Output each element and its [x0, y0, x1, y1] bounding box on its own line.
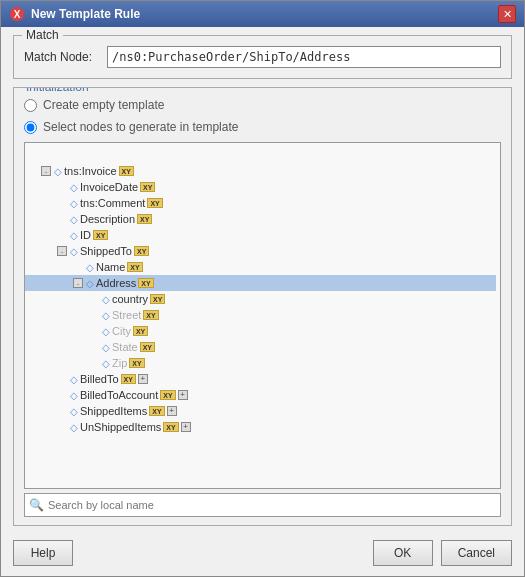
tree-content: -◇tns:InvoiceXY◇InvoiceDateXY◇tns:Commen… [25, 143, 500, 488]
tree-node[interactable]: -◇AddressXY [25, 275, 496, 291]
tree-node-label: Zip [112, 357, 127, 369]
node-arrow-icon: ◇ [54, 166, 62, 177]
xy-badge: XY [140, 342, 155, 352]
node-arrow-icon: ◇ [70, 246, 78, 257]
ok-button[interactable]: OK [373, 540, 433, 566]
node-arrow-icon: ◇ [70, 198, 78, 209]
xy-badge: XY [147, 198, 162, 208]
svg-text:X: X [14, 9, 21, 20]
expand-plus-btn[interactable]: + [178, 390, 188, 400]
tree-node[interactable]: ◇InvoiceDateXY [25, 179, 496, 195]
help-button[interactable]: Help [13, 540, 73, 566]
tree-node[interactable]: -◇ShippedToXY [25, 243, 496, 259]
new-template-rule-dialog: X New Template Rule ✕ Match Match Node: … [0, 0, 525, 577]
tree-node[interactable] [25, 147, 496, 163]
match-node-row: Match Node: [24, 46, 501, 68]
tree-node[interactable]: ◇ZipXY [25, 355, 496, 371]
tree-node-label: UnShippedItems [80, 421, 161, 433]
xy-badge: XY [163, 422, 178, 432]
tree-node[interactable]: ◇IDXY [25, 227, 496, 243]
xy-badge: XY [134, 246, 149, 256]
search-icon: 🔍 [29, 498, 44, 512]
tree-node[interactable]: -◇tns:InvoiceXY [25, 163, 496, 179]
tree-node[interactable]: ◇NameXY [25, 259, 496, 275]
xy-badge: XY [150, 294, 165, 304]
ok-cancel-group: OK Cancel [373, 540, 512, 566]
node-arrow-icon: ◇ [86, 262, 94, 273]
node-arrow-icon: ◇ [70, 230, 78, 241]
xy-badge: XY [93, 230, 108, 240]
xy-badge: XY [149, 406, 164, 416]
tree-node[interactable]: ◇tns:CommentXY [25, 195, 496, 211]
match-group-title: Match [22, 28, 63, 42]
tree-node-label: Address [96, 277, 136, 289]
cancel-button[interactable]: Cancel [441, 540, 512, 566]
tree-node-label: tns:Invoice [64, 165, 117, 177]
radio-select[interactable] [24, 121, 37, 134]
tree-node[interactable]: ◇countryXY [25, 291, 496, 307]
tree-node-label: Name [96, 261, 125, 273]
search-row: 🔍 [24, 493, 501, 517]
expand-plus-btn[interactable]: + [167, 406, 177, 416]
xy-badge: XY [137, 214, 152, 224]
dialog-content: Match Match Node: Initialization Create … [1, 27, 524, 534]
tree-node[interactable]: ◇DescriptionXY [25, 211, 496, 227]
match-node-input[interactable] [107, 46, 501, 68]
radio-empty-row: Create empty template [24, 98, 501, 112]
tree-node-label: City [112, 325, 131, 337]
node-arrow-icon: ◇ [70, 422, 78, 433]
tree-node-label: Street [112, 309, 141, 321]
expand-icon[interactable]: - [41, 166, 51, 176]
node-arrow-icon: ◇ [70, 374, 78, 385]
xy-badge: XY [140, 182, 155, 192]
expand-icon[interactable]: - [57, 246, 67, 256]
node-arrow-icon: ◇ [102, 358, 110, 369]
node-arrow-icon: ◇ [70, 182, 78, 193]
title-bar: X New Template Rule ✕ [1, 1, 524, 27]
node-arrow-icon: ◇ [70, 214, 78, 225]
expand-plus-btn[interactable]: + [181, 422, 191, 432]
radio-empty-label[interactable]: Create empty template [43, 98, 164, 112]
tree-node-label: ID [80, 229, 91, 241]
node-arrow-icon: ◇ [70, 406, 78, 417]
xy-badge: XY [160, 390, 175, 400]
tree-node-label: tns:Comment [80, 197, 145, 209]
node-arrow-icon: ◇ [102, 326, 110, 337]
node-arrow-icon: ◇ [86, 278, 94, 289]
node-arrow-icon: ◇ [102, 310, 110, 321]
tree-node[interactable]: ◇UnShippedItemsXY+ [25, 419, 496, 435]
expand-plus-btn[interactable]: + [138, 374, 148, 384]
tree-node-label: Description [80, 213, 135, 225]
close-button[interactable]: ✕ [498, 5, 516, 23]
radio-empty[interactable] [24, 99, 37, 112]
tree-node-label: InvoiceDate [80, 181, 138, 193]
tree-node-label: ShippedItems [80, 405, 147, 417]
xy-badge: XY [119, 166, 134, 176]
radio-select-label[interactable]: Select nodes to generate in template [43, 120, 238, 134]
tree-node[interactable]: ◇BilledToAccountXY+ [25, 387, 496, 403]
xy-badge: XY [133, 326, 148, 336]
xy-badge: XY [129, 358, 144, 368]
tree-container[interactable]: -◇tns:InvoiceXY◇InvoiceDateXY◇tns:Commen… [24, 142, 501, 489]
expand-icon[interactable]: - [73, 278, 83, 288]
xy-badge: XY [121, 374, 136, 384]
match-group: Match Match Node: [13, 35, 512, 79]
tree-node[interactable]: ◇ShippedItemsXY+ [25, 403, 496, 419]
node-arrow-icon: ◇ [70, 390, 78, 401]
tree-node-label: BilledTo [80, 373, 119, 385]
tree-node[interactable]: ◇BilledToXY+ [25, 371, 496, 387]
match-node-label: Match Node: [24, 50, 99, 64]
app-icon: X [9, 6, 25, 22]
node-arrow-icon: ◇ [102, 294, 110, 305]
tree-node-label: State [112, 341, 138, 353]
title-bar-left: X New Template Rule [9, 6, 140, 22]
dialog-buttons: Help OK Cancel [1, 534, 524, 576]
tree-node[interactable]: ◇StreetXY [25, 307, 496, 323]
xy-badge: XY [143, 310, 158, 320]
search-input[interactable] [48, 499, 496, 511]
tree-node[interactable]: ◇CityXY [25, 323, 496, 339]
init-group-title: Initialization [22, 87, 93, 94]
node-arrow-icon: ◇ [102, 342, 110, 353]
tree-node-label: BilledToAccount [80, 389, 158, 401]
tree-node[interactable]: ◇StateXY [25, 339, 496, 355]
